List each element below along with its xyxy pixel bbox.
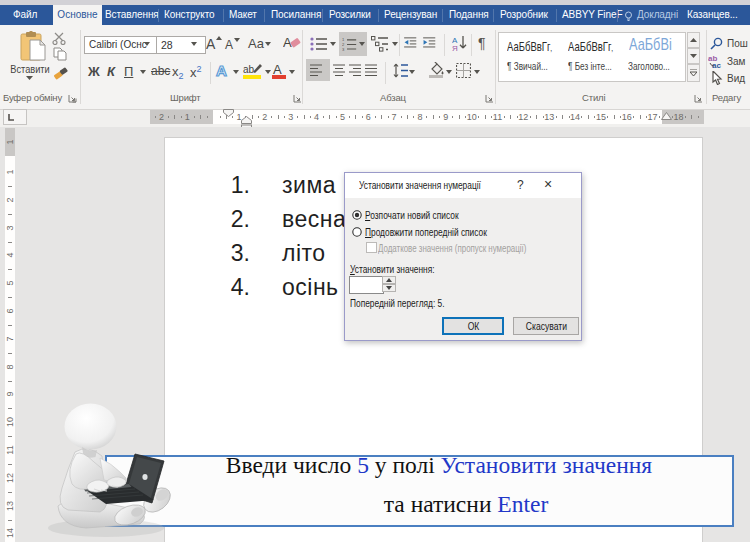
svg-text:ac: ac [712, 61, 721, 68]
svg-text:Я: Я [452, 44, 458, 52]
svg-text:ab: ab [243, 64, 255, 75]
svg-text:А: А [273, 62, 282, 77]
svg-text:3: 3 [342, 47, 345, 52]
